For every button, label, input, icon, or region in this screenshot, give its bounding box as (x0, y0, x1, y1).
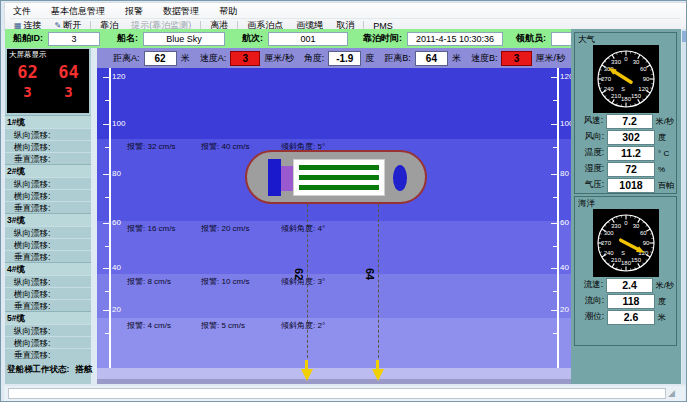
menu-item[interactable]: 数据管理 (161, 5, 201, 18)
alarm-zone-label: 报警: 4 cm/s报警: 5 cm/s倾斜角度: 2° (127, 320, 325, 331)
readout-unit: ° C (658, 149, 669, 158)
axis-tick (553, 197, 557, 198)
ship-id-label: 船舶ID: (13, 32, 43, 45)
ship-name-input[interactable] (143, 32, 225, 46)
alarm-zone-label: 报警: 8 cm/s报警: 10 cm/s倾斜角度: 3° (127, 276, 325, 287)
zone-text: 倾斜角度: 4° (281, 223, 325, 234)
axis-tick-label: 100 (112, 119, 132, 129)
cable-drift-row: 横向漂移: (5, 238, 91, 250)
readout-unit: 米/秒 (656, 116, 674, 127)
cable-drift-row: 纵向漂移: (5, 324, 91, 336)
big-display-title: 大屏幕显示 (7, 49, 89, 61)
dock-strip (97, 368, 571, 379)
svg-text:S: S (621, 86, 625, 92)
readout-label: 潮位: (577, 311, 604, 323)
application-window: 文件基本信息管理报警数据管理帮助 ▦连接✎断开靠泊提示(靠泊监测)离港画系泊点画… (0, 0, 687, 402)
readout-value: 2.6 (607, 310, 655, 325)
distance-a-label: 距离A: (113, 52, 140, 65)
axis-tick-label: 80 (560, 169, 571, 179)
status-bar (4, 386, 685, 401)
ship-superstructure (268, 159, 281, 196)
distance-a-unit: 米 (181, 52, 190, 65)
readout-unit: 米 (658, 312, 666, 323)
cable-section: 3#缆纵向漂移:横向漂移:垂直漂移: (5, 213, 91, 262)
voyage-input[interactable] (268, 32, 348, 46)
svg-text:150: 150 (630, 93, 641, 99)
zone-text: 报警: 32 cm/s (127, 141, 201, 152)
readout-row: 气压:1018百帕 (575, 177, 676, 193)
ship-graphic (245, 150, 427, 204)
status-field (8, 388, 666, 399)
current-direction-gauge-icon: 0306090120150180210240270300330S (593, 209, 659, 277)
weather-group: 大气 0306090120150180210240270300330S 风速:7… (574, 32, 677, 194)
display-speed-b: 3 (48, 83, 89, 102)
readout-unit: 度 (658, 132, 666, 143)
axis-tick (105, 333, 109, 334)
axis-tick (103, 124, 109, 125)
axis-tick (551, 223, 557, 224)
right-scrollbar[interactable] (682, 29, 687, 384)
readout-row: 风向:302度 (575, 129, 676, 145)
menu-item[interactable]: 基本信息管理 (49, 5, 107, 18)
readout-row: 流速:2.4米/秒 (575, 277, 676, 293)
svg-text:150: 150 (630, 257, 641, 263)
speed-b-unit: 厘米/秒 (536, 52, 566, 65)
svg-text:90: 90 (642, 76, 649, 82)
distance-line-b (378, 204, 379, 363)
readout-unit: 米/秒 (656, 280, 674, 291)
speed-b-label: 速度B: (471, 52, 498, 65)
cable-drift-row: 纵向漂移: (5, 177, 91, 189)
scrollbar-thumb[interactable] (682, 31, 687, 42)
svg-text:210: 210 (610, 93, 621, 99)
speed-b-value: 3 (501, 51, 531, 66)
svg-text:330: 330 (610, 59, 621, 65)
cable-drift-row: 横向漂移: (5, 336, 91, 348)
readout-value: 118 (607, 294, 655, 309)
pilot-label: 领航员: (516, 32, 546, 45)
axis-tick-label: 40 (112, 263, 132, 273)
svg-text:S: S (621, 250, 625, 256)
cable-drift-row: 纵向漂移: (5, 128, 91, 140)
gangway-status: 登船梯工作状态:搭舷 (7, 364, 98, 376)
svg-text:60: 60 (639, 66, 646, 72)
ship-id-input[interactable] (48, 32, 100, 46)
readout-value: 2.4 (606, 278, 653, 293)
plot-base (97, 379, 571, 384)
weather-readouts: 风速:7.2米/秒风向:302度温度:11.2° C湿度:72%气压:1018百… (575, 113, 676, 193)
svg-text:30: 30 (632, 223, 639, 229)
cable-drift-row: 垂直漂移: (5, 348, 91, 360)
distance-line-b-label: 64 (364, 268, 376, 280)
axis-tick-label: 120 (112, 72, 132, 82)
gangway-value: 搭舷 (75, 364, 92, 374)
cable-section: 5#缆纵向漂移:横向漂移:垂直漂移: (5, 311, 91, 360)
readout-value: 1018 (607, 178, 655, 193)
axis-tick (103, 77, 109, 78)
gangway-label: 登船梯工作状态: (7, 364, 69, 374)
readout-value: 11.2 (607, 146, 655, 161)
display-distance-a: 62 (7, 61, 48, 83)
menu-item[interactable]: 报警 (123, 5, 145, 18)
cable-drift-row: 垂直漂移: (5, 250, 91, 262)
distance-b-label: 距离B: (384, 52, 411, 65)
menu-item[interactable]: 帮助 (217, 5, 239, 18)
speed-a-unit: 厘米/秒 (264, 52, 294, 65)
big-display-values: 62 64 3 3 (7, 61, 89, 102)
menu-bar: 文件基本信息管理报警数据管理帮助 (11, 5, 680, 17)
menu-item[interactable]: 文件 (11, 5, 33, 18)
svg-text:60: 60 (639, 230, 646, 236)
cable-drift-row: 纵向漂移: (5, 275, 91, 287)
axis-tick (105, 197, 109, 198)
axis-tick-label: 20 (560, 305, 571, 315)
display-distance-b: 64 (48, 61, 89, 83)
axis-tick (105, 147, 109, 148)
svg-text:90: 90 (642, 240, 649, 246)
big-display: 大屏幕显示 62 64 3 3 (7, 49, 89, 113)
axis-tick (553, 100, 557, 101)
resize-grip-icon[interactable] (668, 389, 675, 398)
axis-tick (551, 124, 557, 125)
cable-drift-row: 垂直漂移: (5, 152, 91, 164)
cable-section: 1#缆纵向漂移:横向漂移:垂直漂移: (5, 115, 91, 164)
ship-info-bar: 船舶ID: 船名: 航次: 靠泊时间: 领航员: (5, 29, 571, 48)
berth-time-input[interactable] (407, 32, 503, 46)
axis-tick (551, 77, 557, 78)
